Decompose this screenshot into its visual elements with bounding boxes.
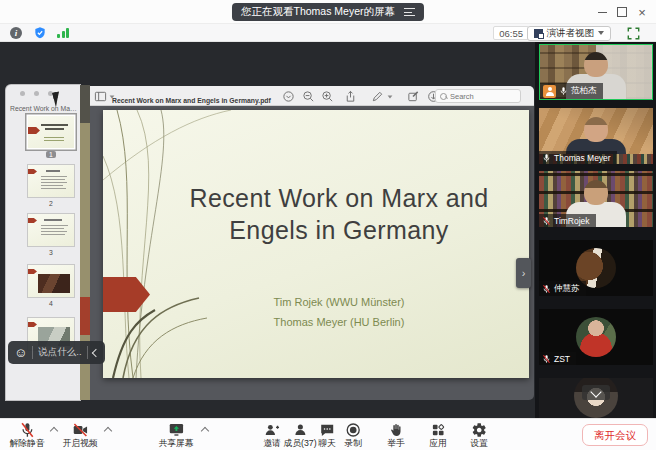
participant-tile[interactable]: Thomas Meyer bbox=[539, 108, 653, 164]
leave-meeting-button[interactable]: 离开会议 bbox=[582, 424, 648, 446]
share-screen-button[interactable]: 共享屏幕 bbox=[158, 421, 193, 450]
mic-muted-icon bbox=[542, 354, 551, 364]
slide-thumbnail-3[interactable] bbox=[28, 214, 74, 246]
participant-name-pill: Thomas Meyer bbox=[539, 151, 617, 164]
window-dot-close[interactable] bbox=[20, 91, 25, 96]
pdf-viewer-window: Recent Work on Marx and Engels in German… bbox=[90, 86, 534, 400]
raise-hand-button[interactable]: 举手 bbox=[387, 421, 405, 450]
meeting-info-icon[interactable]: i bbox=[10, 27, 22, 39]
network-signal-icon bbox=[57, 28, 70, 38]
thumbnail-number: 3 bbox=[28, 249, 74, 256]
thumbnail-number: 2 bbox=[28, 200, 74, 207]
apps-grid-icon bbox=[430, 422, 446, 438]
mic-on-icon bbox=[559, 86, 568, 96]
slide-page: Recent Work on Marx and Engels in German… bbox=[103, 110, 529, 378]
markup-box-icon[interactable] bbox=[407, 90, 420, 103]
participant-name-pill: ZST bbox=[539, 352, 576, 365]
share-icon[interactable] bbox=[344, 90, 357, 103]
next-page-tab[interactable]: › bbox=[516, 258, 531, 288]
mic-options-caret[interactable] bbox=[50, 427, 58, 435]
gear-icon bbox=[471, 422, 487, 438]
participant-name: ZST bbox=[554, 354, 570, 364]
slide-authors: Tim Rojek (WWU Münster) Thomas Meyer (HU… bbox=[153, 292, 525, 332]
mic-muted-icon bbox=[542, 216, 551, 226]
zoom-out-icon[interactable] bbox=[302, 90, 315, 103]
minimize-button[interactable] bbox=[592, 2, 612, 22]
participant-tile[interactable]: TimRojek bbox=[539, 171, 653, 227]
search-icon bbox=[440, 93, 447, 100]
zoom-meeting-window: 您正在观看Thomas Meyer的屏幕 × i 06:55 演讲者视图 bbox=[0, 0, 656, 450]
participant-tile[interactable]: ZST bbox=[539, 309, 653, 365]
mic-muted-icon bbox=[19, 422, 35, 438]
maximize-button[interactable] bbox=[612, 2, 632, 22]
thumb-arrow-decoration bbox=[28, 127, 40, 134]
host-badge-icon bbox=[543, 85, 556, 98]
slide-thumbnail-4[interactable] bbox=[28, 265, 74, 297]
participants-button[interactable]: 成员(37) bbox=[283, 421, 316, 450]
participant-name-pill: TimRojek bbox=[539, 214, 596, 227]
chat-placeholder[interactable]: 说点什么... bbox=[38, 346, 82, 359]
search-input[interactable] bbox=[450, 92, 516, 101]
person-icon bbox=[292, 422, 308, 438]
mic-on-icon bbox=[542, 153, 551, 163]
thumbnail-number: 4 bbox=[28, 300, 74, 307]
markup-caret-icon[interactable] bbox=[388, 95, 393, 98]
participant-tile[interactable]: 范柏杰 bbox=[539, 44, 653, 100]
slide-thumbnail-2[interactable] bbox=[28, 165, 74, 197]
avatar bbox=[576, 317, 616, 357]
emoji-smiley-icon[interactable]: ☺ bbox=[14, 346, 27, 359]
banner-menu-icon[interactable] bbox=[404, 8, 415, 16]
collapse-left-icon[interactable] bbox=[92, 348, 100, 356]
sidebar-document-title: Recent Work on Marx an... bbox=[10, 105, 77, 112]
unmute-button[interactable]: 解除静音 bbox=[9, 421, 44, 450]
record-icon bbox=[345, 422, 361, 438]
participant-name-pill: 仲慧苏 bbox=[539, 281, 586, 296]
slide-title: Recent Work on Marx and Engels in German… bbox=[153, 182, 525, 246]
view-grid-icon bbox=[534, 29, 543, 38]
document-filename: Recent Work on Marx and Engels in German… bbox=[112, 97, 271, 104]
pdf-search-box[interactable] bbox=[435, 89, 521, 103]
close-button[interactable]: × bbox=[632, 2, 652, 22]
mic-muted-icon bbox=[542, 284, 551, 294]
divider bbox=[32, 346, 33, 359]
view-mode-icon[interactable] bbox=[282, 90, 295, 103]
participant-name: 仲慧苏 bbox=[554, 283, 580, 295]
meeting-timer: 06:55 bbox=[493, 26, 529, 40]
security-shield-icon[interactable] bbox=[33, 26, 47, 40]
participant-name: Thomas Meyer bbox=[554, 153, 611, 163]
watching-label: 您正在观看Thomas Meyer的屏幕 bbox=[241, 5, 395, 19]
record-button[interactable]: 录制 bbox=[344, 421, 362, 450]
participant-name: 范柏杰 bbox=[571, 85, 597, 97]
start-video-button[interactable]: 开启视频 bbox=[62, 421, 97, 450]
video-options-caret[interactable] bbox=[104, 427, 112, 435]
participant-name: TimRojek bbox=[554, 216, 590, 226]
divider bbox=[87, 346, 88, 359]
markup-pencil-icon[interactable] bbox=[371, 90, 384, 103]
meeting-control-toolbar: 解除静音 开启视频 共享屏幕 邀请 成员(37) 聊天 录制 bbox=[0, 418, 656, 450]
shared-screen-view: Recent Work on Marx an... 1 2 bbox=[0, 42, 535, 418]
thumbnail-number: 1 bbox=[28, 151, 74, 158]
zoom-in-icon[interactable] bbox=[321, 90, 334, 103]
apps-button[interactable]: 应用 bbox=[429, 421, 447, 450]
wallpaper-accent bbox=[80, 297, 90, 335]
settings-button[interactable]: 设置 bbox=[470, 421, 488, 450]
participant-name-pill: 范柏杰 bbox=[540, 83, 603, 99]
speaker-view-button[interactable]: 演讲者视图 bbox=[527, 26, 612, 41]
participant-tile-partial[interactable] bbox=[539, 378, 653, 418]
window-dot-minimize[interactable] bbox=[34, 91, 39, 96]
slide-thumbnail-1[interactable] bbox=[28, 116, 74, 148]
window-titlebar: 您正在观看Thomas Meyer的屏幕 × bbox=[0, 0, 656, 24]
participant-tile[interactable]: 仲慧苏 bbox=[539, 240, 653, 296]
screen-share-banner: 您正在观看Thomas Meyer的屏幕 bbox=[232, 3, 424, 21]
macos-window-dots bbox=[20, 91, 53, 96]
scroll-down-participants-button[interactable] bbox=[582, 385, 610, 400]
participant-filmstrip: 范柏杰 Thomas Meyer TimRojek 仲慧苏 bbox=[535, 42, 656, 418]
chat-quick-input[interactable]: ☺ 说点什么... bbox=[8, 341, 105, 364]
invite-person-icon bbox=[264, 422, 281, 438]
chat-button[interactable]: 聊天 bbox=[318, 421, 336, 450]
invite-button[interactable]: 邀请 bbox=[263, 421, 281, 450]
raise-hand-icon bbox=[389, 422, 404, 438]
fullscreen-icon[interactable] bbox=[627, 27, 640, 40]
pdf-toolbar: Recent Work on Marx and Engels in German… bbox=[90, 86, 534, 106]
share-options-caret[interactable] bbox=[201, 427, 209, 435]
